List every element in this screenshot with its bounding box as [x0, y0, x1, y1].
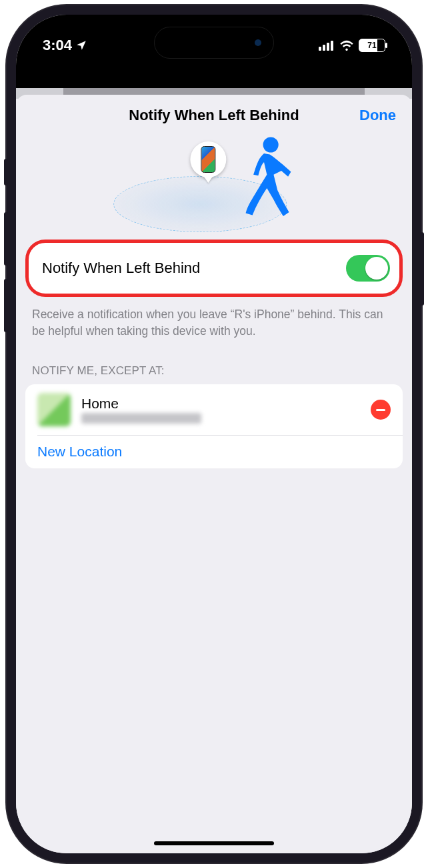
svg-rect-3 — [331, 41, 333, 51]
walking-person-icon — [234, 136, 294, 223]
volume-up — [4, 212, 8, 266]
phone-frame: 3:04 71 Notify When Left Behind — [7, 5, 421, 863]
battery-icon: 71 — [359, 39, 385, 52]
notify-toggle-switch[interactable] — [346, 255, 390, 282]
svg-rect-0 — [319, 47, 321, 51]
new-location-label: New Location — [37, 444, 122, 460]
home-indicator[interactable] — [154, 841, 274, 845]
nav-bar: Notify When Left Behind Done — [16, 95, 412, 136]
status-time: 3:04 — [43, 37, 72, 54]
camera-dot — [255, 39, 261, 46]
section-header-except: NOTIFY ME, EXCEPT AT: — [16, 339, 412, 384]
switch-knob — [365, 257, 388, 280]
exception-list: Home New Location — [25, 384, 403, 468]
silent-switch — [4, 159, 8, 185]
notify-toggle-row[interactable]: Notify When Left Behind — [25, 240, 403, 297]
cellular-icon — [319, 40, 335, 51]
device-pin — [190, 141, 226, 177]
svg-rect-2 — [327, 43, 329, 51]
screen: 3:04 71 Notify When Left Behind — [16, 15, 412, 853]
page-title: Notify When Left Behind — [129, 107, 299, 124]
battery-percent: 71 — [367, 41, 376, 50]
location-arrow-icon — [75, 39, 87, 51]
volume-down — [4, 279, 8, 332]
location-subtitle-redacted — [81, 413, 201, 424]
home-map-thumb-icon — [37, 393, 71, 426]
svg-rect-1 — [323, 45, 325, 51]
dynamic-island — [154, 27, 274, 59]
status-time-wrap: 3:04 — [43, 37, 87, 54]
location-title: Home — [81, 396, 360, 412]
help-text: Receive a notification when you leave “R… — [16, 297, 412, 339]
new-location-button[interactable]: New Location — [25, 435, 403, 468]
status-bar: 3:04 71 — [16, 15, 412, 88]
iphone-icon — [201, 146, 215, 173]
location-text: Home — [81, 396, 360, 424]
modal-sheet: Notify When Left Behind Done Notify When… — [16, 95, 412, 853]
notify-toggle-label: Notify When Left Behind — [42, 260, 200, 277]
done-button[interactable]: Done — [359, 107, 396, 124]
location-row-home[interactable]: Home — [25, 384, 403, 435]
hero-graphic — [16, 136, 412, 240]
svg-point-4 — [263, 137, 278, 152]
power-button — [420, 232, 424, 306]
status-right: 71 — [319, 39, 385, 52]
remove-location-button[interactable] — [371, 400, 391, 420]
wifi-icon — [339, 40, 354, 51]
